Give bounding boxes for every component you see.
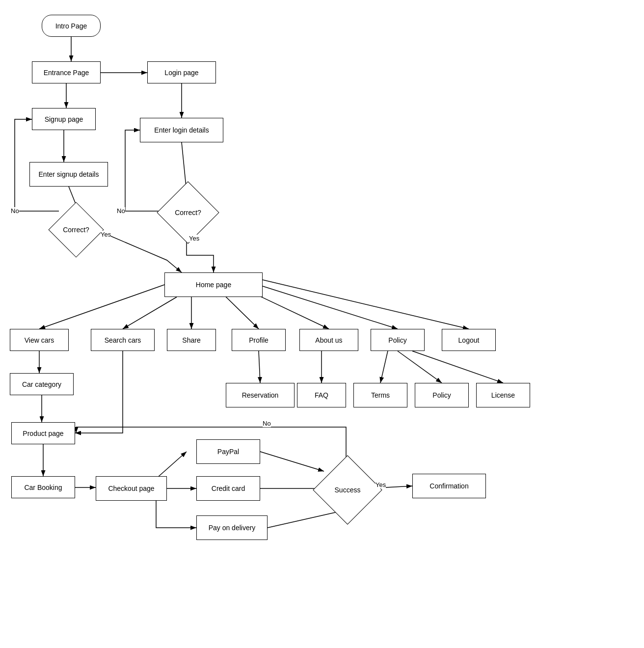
login-page-node: Login page — [147, 61, 216, 83]
payondelivery-node: Pay on delivery — [196, 515, 268, 540]
svg-line-13 — [250, 282, 398, 329]
homepage-node: Home page — [164, 272, 263, 297]
svg-line-8 — [39, 285, 164, 329]
svg-line-19 — [398, 351, 442, 383]
terms-node: Terms — [353, 383, 407, 407]
policy-sub-label: Policy — [432, 391, 451, 399]
no-signup-label: No — [11, 207, 19, 215]
paypal-label: PayPal — [217, 448, 239, 456]
paypal-node: PayPal — [196, 439, 260, 464]
aboutus-label: About us — [315, 336, 342, 344]
entrance-page-node: Entrance Page — [32, 61, 101, 83]
correct-login-diamond: Correct? — [166, 190, 210, 235]
signup-page-label: Signup page — [45, 115, 83, 123]
flowchart-canvas: Intro Page Entrance Page Login page Sign… — [0, 0, 644, 648]
enter-signup-details-label: Enter signup details — [39, 170, 99, 178]
searchcars-node: Search cars — [91, 329, 155, 351]
profile-node: Profile — [232, 329, 286, 351]
policy-top-node: Policy — [371, 329, 425, 351]
yes-signup-label: Yes — [101, 231, 111, 238]
login-page-label: Login page — [164, 69, 198, 77]
reservation-label: Reservation — [242, 391, 279, 399]
terms-label: Terms — [371, 391, 390, 399]
svg-line-20 — [412, 351, 503, 383]
viewcars-label: View cars — [25, 336, 54, 344]
aboutus-node: About us — [299, 329, 358, 351]
carcategory-node: Car category — [10, 373, 74, 395]
arrows-svg — [0, 0, 644, 648]
enter-login-details-label: Enter login details — [154, 126, 209, 134]
share-node: Share — [167, 329, 216, 351]
faq-node: FAQ — [297, 383, 346, 407]
correct-signup-diamond: Correct? — [56, 210, 96, 249]
intro-page-node: Intro Page — [42, 15, 101, 37]
viewcars-node: View cars — [10, 329, 69, 351]
no-login-label: No — [117, 207, 125, 215]
carbooking-node: Car Booking — [11, 476, 75, 498]
share-label: Share — [182, 336, 200, 344]
carcategory-label: Car category — [22, 380, 61, 388]
confirmation-node: Confirmation — [412, 474, 486, 498]
signup-page-node: Signup page — [32, 108, 96, 130]
license-node: License — [476, 383, 530, 407]
payondelivery-label: Pay on delivery — [209, 524, 256, 532]
searchcars-label: Search cars — [105, 336, 141, 344]
yes-login-label: Yes — [189, 235, 199, 242]
policy-sub-node: Policy — [415, 383, 469, 407]
yes-success-label: Yes — [376, 481, 386, 488]
no-success-label: No — [263, 420, 271, 427]
svg-line-9 — [123, 297, 177, 329]
reservation-node: Reservation — [226, 383, 295, 407]
faq-label: FAQ — [315, 391, 328, 399]
carbooking-label: Car Booking — [24, 484, 62, 491]
enter-signup-details-node: Enter signup details — [29, 162, 108, 187]
confirmation-label: Confirmation — [429, 482, 468, 490]
license-label: License — [491, 391, 515, 399]
intro-page-label: Intro Page — [55, 22, 87, 30]
logout-node: Logout — [442, 329, 496, 351]
productpage-node: Product page — [11, 422, 75, 444]
checkoutpage-label: Checkout page — [108, 485, 154, 492]
logout-label: Logout — [458, 336, 480, 344]
productpage-label: Product page — [23, 430, 63, 437]
svg-line-16 — [259, 351, 260, 383]
checkoutpage-node: Checkout page — [96, 476, 167, 501]
creditcard-label: Credit card — [212, 485, 245, 492]
svg-line-24 — [156, 452, 187, 479]
profile-label: Profile — [249, 336, 268, 344]
enter-login-details-node: Enter login details — [140, 118, 223, 142]
svg-line-14 — [263, 280, 469, 329]
policy-top-label: Policy — [388, 336, 406, 344]
entrance-page-label: Entrance Page — [44, 69, 89, 77]
homepage-label: Home page — [196, 281, 231, 289]
svg-line-26 — [260, 452, 324, 471]
success-diamond: Success — [323, 465, 372, 514]
creditcard-node: Credit card — [196, 476, 260, 501]
svg-line-18 — [380, 351, 388, 383]
